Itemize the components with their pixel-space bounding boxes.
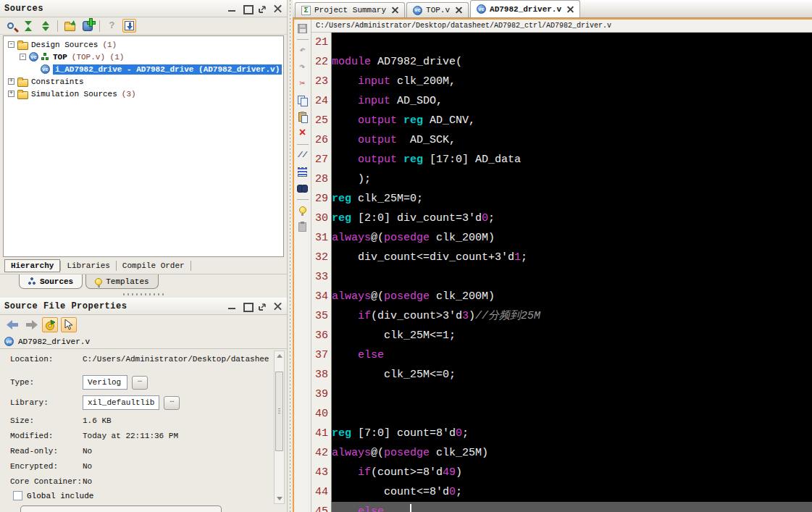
copy-icon[interactable] bbox=[296, 93, 310, 107]
code-line[interactable]: clk_25M<=0; bbox=[332, 365, 812, 385]
more-button[interactable]: … bbox=[164, 396, 180, 410]
close-icon[interactable] bbox=[456, 7, 462, 14]
undo-icon[interactable]: ↶ bbox=[296, 43, 310, 57]
minimize-icon[interactable] bbox=[227, 4, 237, 13]
properties-gear-icon[interactable] bbox=[42, 317, 58, 332]
tab-separator bbox=[191, 261, 191, 271]
delete-icon[interactable]: × bbox=[296, 126, 310, 140]
code-line[interactable] bbox=[332, 404, 812, 424]
code-line[interactable]: always@(posedge clk_200M) bbox=[332, 287, 812, 306]
code-token: //分频到25M bbox=[475, 310, 540, 322]
search-icon[interactable] bbox=[4, 19, 17, 33]
select-cursor-icon[interactable] bbox=[61, 317, 77, 332]
code-line[interactable] bbox=[332, 385, 812, 404]
close-icon[interactable] bbox=[273, 302, 282, 311]
code-line[interactable]: input AD_SDO, bbox=[332, 91, 812, 111]
sources-panel: Sources ? -Design Sources(1)-ve bbox=[0, 0, 287, 35]
code-line[interactable]: input clk_200M, bbox=[332, 72, 812, 91]
editor-tab-ad7982-driver-v[interactable]: veAD7982_driver.v bbox=[470, 0, 580, 17]
code-line[interactable]: ); bbox=[332, 169, 812, 189]
scroll-to-selected-icon[interactable] bbox=[122, 19, 136, 33]
help-icon[interactable]: ? bbox=[105, 19, 119, 33]
minimize-icon[interactable] bbox=[227, 302, 237, 311]
editor-tab-project-summary[interactable]: ΣProject Summary bbox=[295, 2, 405, 17]
vivado-window: Sources ? -Design Sources(1)-ve bbox=[0, 0, 812, 512]
vertical-splitter[interactable] bbox=[287, 0, 293, 512]
code-token: ; bbox=[521, 251, 527, 264]
properties-bottom-tab[interactable] bbox=[20, 505, 222, 512]
tab-templates[interactable]: Templates bbox=[85, 274, 158, 289]
code-line[interactable]: count<=8'd0; bbox=[332, 482, 812, 502]
save-icon[interactable] bbox=[296, 21, 310, 35]
tree-item[interactable]: +Constraints bbox=[4, 75, 283, 88]
code-line[interactable]: always@(posedge clk_25M) bbox=[332, 443, 812, 463]
code-line[interactable]: reg clk_25M=0; bbox=[332, 189, 812, 209]
editor-tab-top-v[interactable]: veTOP.v bbox=[406, 2, 469, 17]
tab-compile-order[interactable]: Compile Order bbox=[117, 260, 191, 272]
paste-icon[interactable] bbox=[296, 109, 310, 124]
global-include-checkbox[interactable] bbox=[13, 491, 22, 500]
code-line[interactable]: output AD_SCK, bbox=[332, 130, 812, 150]
code-area[interactable]: 2122232425262728293031323334353637383940… bbox=[311, 33, 812, 512]
float-icon[interactable] bbox=[258, 4, 267, 13]
code-line[interactable]: reg [7:0] count=8'd0; bbox=[332, 424, 812, 443]
redo-icon[interactable]: ↷ bbox=[296, 59, 310, 74]
close-icon[interactable] bbox=[392, 7, 398, 14]
code-line[interactable]: reg [2:0] div_count=3'd0; bbox=[332, 209, 812, 228]
code-lines[interactable]: module AD7982_drive( input clk_200M, inp… bbox=[332, 33, 812, 512]
properties-scrollbar[interactable] bbox=[274, 351, 285, 504]
indent-block-icon[interactable] bbox=[296, 164, 310, 179]
comment-icon[interactable]: // bbox=[296, 148, 310, 162]
horizontal-splitter[interactable] bbox=[0, 291, 287, 298]
code-token: clk_25M<=1; bbox=[332, 330, 456, 342]
language-templates-icon[interactable] bbox=[296, 203, 310, 217]
clipboard-icon[interactable] bbox=[296, 219, 310, 234]
code-line[interactable]: output reg [17:0] AD_data bbox=[332, 150, 812, 169]
code-line[interactable]: else bbox=[332, 345, 812, 365]
tab-libraries[interactable]: Libraries bbox=[61, 260, 115, 272]
tree-expander-icon[interactable]: - bbox=[8, 41, 14, 48]
tree-item[interactable]: -veTOP(TOP.v) (1) bbox=[4, 51, 283, 63]
code-line[interactable]: output reg AD_CNV, bbox=[332, 111, 812, 130]
tree-expander-icon[interactable]: - bbox=[20, 54, 26, 60]
property-label: Size: bbox=[10, 416, 83, 425]
more-button[interactable]: … bbox=[132, 376, 148, 390]
tree-expander-icon[interactable]: + bbox=[8, 91, 14, 97]
collapse-all-icon[interactable] bbox=[21, 19, 35, 33]
code-line[interactable]: module AD7982_drive( bbox=[332, 52, 812, 72]
code-line[interactable] bbox=[332, 33, 812, 52]
expand-all-icon[interactable] bbox=[38, 19, 52, 33]
add-sources-icon[interactable] bbox=[80, 19, 94, 33]
code-line[interactable]: if(count>=8'd49) bbox=[332, 463, 812, 482]
close-icon[interactable] bbox=[273, 4, 282, 13]
property-field[interactable]: xil_defaultlib bbox=[83, 395, 159, 410]
maximize-icon[interactable] bbox=[243, 302, 252, 311]
tree-item[interactable]: vei_AD7982_drive - AD7982_drive (AD7982_… bbox=[4, 63, 283, 75]
code-token: module bbox=[332, 56, 371, 68]
tab-sources[interactable]: Sources bbox=[19, 274, 83, 289]
scroll-up-icon[interactable] bbox=[277, 354, 282, 358]
maximize-icon[interactable] bbox=[243, 4, 252, 13]
cut-icon[interactable]: ✂ bbox=[296, 76, 310, 91]
tree-item[interactable]: -Design Sources(1) bbox=[4, 38, 283, 51]
open-file-icon[interactable] bbox=[63, 19, 77, 33]
back-icon[interactable] bbox=[4, 317, 20, 332]
close-icon[interactable] bbox=[567, 6, 574, 12]
code-line[interactable] bbox=[332, 267, 812, 287]
scrollbar-thumb[interactable] bbox=[275, 372, 283, 451]
find-replace-icon[interactable] bbox=[296, 181, 310, 196]
scroll-down-icon[interactable] bbox=[277, 497, 282, 500]
code-line[interactable]: else bbox=[332, 502, 812, 512]
tree-item[interactable]: +Simulation Sources(3) bbox=[4, 88, 283, 100]
forward-icon[interactable] bbox=[23, 317, 39, 332]
code-token: reg bbox=[403, 154, 423, 166]
tree-expander-icon[interactable]: + bbox=[8, 78, 14, 85]
line-number: 22 bbox=[311, 52, 331, 72]
property-field[interactable]: Verilog bbox=[83, 375, 127, 390]
code-line[interactable]: always@(posedge clk_200M) bbox=[332, 228, 812, 248]
code-line[interactable]: clk_25M<=1; bbox=[332, 326, 812, 345]
float-icon[interactable] bbox=[258, 302, 267, 311]
code-line[interactable]: if(div_count>3'd3)//分频到25M bbox=[332, 306, 812, 326]
tab-hierarchy[interactable]: Hierarchy bbox=[4, 259, 60, 272]
code-line[interactable]: div_count<=div_count+3'd1; bbox=[332, 248, 812, 267]
